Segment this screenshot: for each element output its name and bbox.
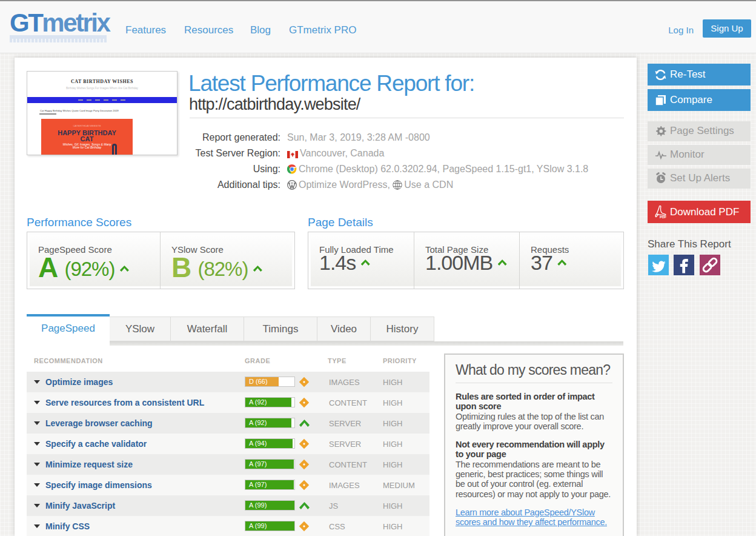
svg-text:PDF: PDF bbox=[660, 215, 667, 219]
